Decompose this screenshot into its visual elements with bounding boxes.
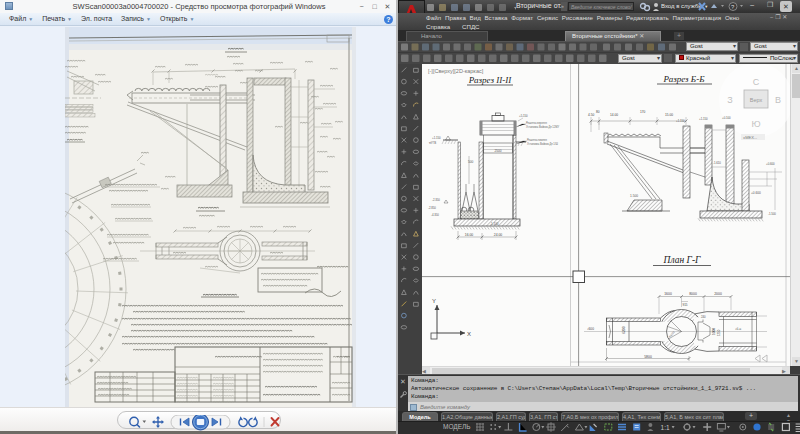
svg-text:15.00: 15.00	[665, 113, 673, 117]
svg-text:6200: 6200	[622, 326, 626, 334]
svg-text:Y: Y	[432, 298, 436, 304]
svg-text:1600: 1600	[664, 292, 672, 296]
svg-text:Разрез Б-Б: Разрез Б-Б	[663, 74, 706, 84]
svg-text:-1.610: -1.610	[713, 161, 721, 165]
svg-text:80: 80	[596, 110, 600, 114]
svg-text:240: 240	[701, 315, 706, 319]
svg-text:915: 915	[682, 303, 687, 307]
svg-text:4.50: 4.50	[588, 113, 594, 117]
svg-text:2500: 2500	[494, 149, 501, 153]
svg-text:500: 500	[468, 160, 474, 164]
svg-text:↕б-ь: ↕б-ь	[735, 327, 741, 331]
svg-text:14.00: 14.00	[610, 113, 618, 117]
svg-text:Установка Войков-Дн 1/Ш: Установка Войков-Дн 1/Ш	[527, 142, 559, 146]
svg-text:-1.100: -1.100	[490, 222, 499, 226]
svg-text:8000: 8000	[689, 292, 697, 296]
svg-text:Решетка нижняя: Решетка нижняя	[527, 138, 547, 142]
svg-text:Решетка верхняя: Решетка верхняя	[526, 121, 547, 125]
svg-text:±МЕХ...: ±МЕХ...	[743, 135, 757, 140]
svg-text:5800: 5800	[644, 355, 652, 359]
svg-text:2000: 2000	[714, 292, 722, 296]
svg-text:16.00: 16.00	[465, 233, 474, 237]
svg-text:-4.350: -4.350	[431, 213, 439, 217]
svg-text:1250: 1250	[717, 329, 721, 336]
svg-text:-1.500: -1.500	[768, 212, 776, 216]
svg-text:1000: 1000	[712, 328, 716, 335]
svg-text:Верх: Верх	[750, 97, 763, 103]
svg-text:План Г-Г: План Г-Г	[663, 255, 702, 265]
svg-text:+5.150: +5.150	[519, 114, 528, 118]
svg-text:X: X	[467, 331, 471, 337]
svg-text:Ю: Ю	[751, 119, 760, 129]
svg-text:+0.600: +0.600	[766, 162, 775, 166]
svg-text:+1.150: +1.150	[676, 119, 685, 123]
svg-text:-2.350: -2.350	[432, 198, 440, 202]
svg-text:+1.150: +1.150	[699, 117, 708, 121]
svg-text:Разрез II-II: Разрез II-II	[468, 75, 512, 85]
svg-text:+0.600: +0.600	[751, 191, 761, 195]
svg-text:Установка Войков-Дн 12МУ: Установка Войков-Дн 12МУ	[526, 125, 559, 129]
svg-text:24.00: 24.00	[494, 233, 503, 237]
svg-text:170: 170	[640, 110, 646, 114]
svg-text:[-][Сверху][2D-каркас]: [-][Сверху][2D-каркас]	[428, 68, 484, 74]
svg-text:В: В	[775, 95, 781, 105]
svg-text:+1.150: +1.150	[432, 136, 441, 140]
svg-text:С: С	[753, 77, 760, 87]
svg-text:∇УГВ: ∇УГВ	[428, 141, 436, 145]
svg-text:1:1: 1:1	[661, 424, 670, 431]
svg-text:1.500: 1.500	[630, 194, 638, 198]
svg-text:З: З	[727, 95, 732, 105]
svg-text:↕600: ↕600	[587, 327, 594, 331]
svg-text:+0.100: +0.100	[722, 116, 731, 120]
svg-text:-2.850: -2.850	[428, 206, 436, 210]
